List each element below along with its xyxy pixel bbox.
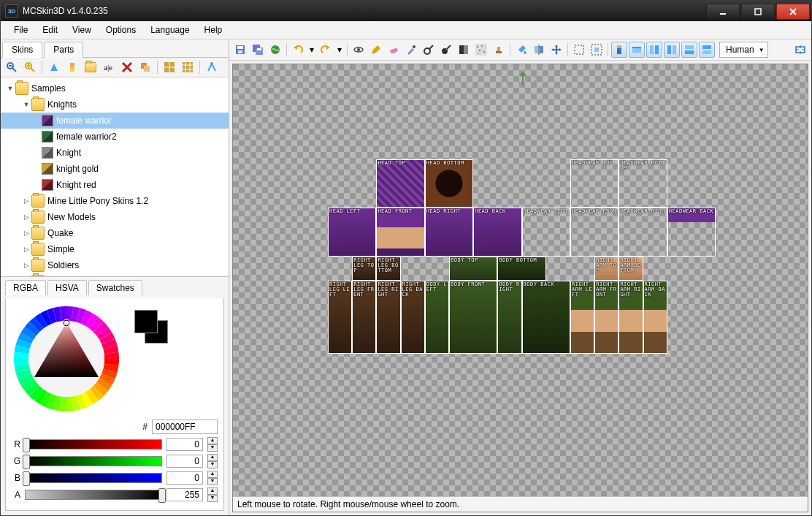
burn-tool-icon[interactable] <box>438 42 454 58</box>
reset-camera-icon[interactable] <box>792 42 808 58</box>
uv-region[interactable]: HEAD TOP <box>376 159 424 208</box>
uv-region[interactable]: HEAD BACK <box>473 208 521 256</box>
uv-region[interactable]: HEAD LEFT <box>328 208 376 256</box>
fetch-icon[interactable] <box>204 59 220 75</box>
undo-icon[interactable] <box>290 42 306 58</box>
menu-file[interactable]: File <box>7 23 35 37</box>
menu-language[interactable]: Language <box>143 23 196 37</box>
new-folder-icon[interactable] <box>83 59 99 75</box>
slider-track[interactable] <box>25 473 162 483</box>
tree-item[interactable]: female warrior <box>1 113 229 129</box>
camera-tool-icon[interactable] <box>351 42 367 58</box>
tree-folder-knights[interactable]: ▼ Knights <box>1 96 229 113</box>
new-skin-icon[interactable] <box>64 59 80 75</box>
menu-edit[interactable]: Edit <box>35 23 65 37</box>
tree-folder[interactable]: ▷ Soldiers <box>1 257 229 273</box>
zoom-out-icon[interactable] <box>4 59 20 75</box>
uv-region[interactable]: HEADWEAR TOP <box>570 159 618 208</box>
uv-region[interactable]: BODY TOP <box>449 257 497 281</box>
save-all-icon[interactable] <box>250 42 266 58</box>
slider-spinner[interactable]: ▲▼ <box>207 487 218 502</box>
pencil-tool-icon[interactable] <box>368 42 384 58</box>
dodge-tool-icon[interactable] <box>421 42 437 58</box>
fg-bg-swatches[interactable] <box>134 310 171 346</box>
uv-region[interactable]: RIGHT LEG RIGHT <box>376 281 400 354</box>
uv-region[interactable]: BODY RIGHT <box>497 281 521 354</box>
color-wheel[interactable] <box>12 304 121 414</box>
uv-region[interactable]: RIGHT ARM BACK <box>643 281 667 354</box>
expand-icon[interactable]: ▷ <box>21 196 31 206</box>
slider-value[interactable]: 0 <box>166 455 203 468</box>
fill-tool-icon[interactable] <box>513 42 529 58</box>
uv-region[interactable]: BODY BOTTOM <box>497 257 545 281</box>
collapse-icon[interactable]: ▼ <box>5 83 15 94</box>
fg-swatch[interactable] <box>134 310 158 333</box>
tree-folder[interactable]: ▷ Quake <box>1 225 229 241</box>
expand-icon[interactable]: ▷ <box>21 260 31 270</box>
mirror-icon[interactable] <box>531 42 547 58</box>
uv-region[interactable]: RIGHT ARM LEFT <box>570 281 594 354</box>
view-3d-icon[interactable] <box>611 42 627 58</box>
view-split-v2-icon[interactable] <box>664 42 680 58</box>
close-button[interactable] <box>776 4 810 20</box>
tab-rgba[interactable]: RGBA <box>5 280 46 295</box>
slider-track[interactable] <box>25 490 162 500</box>
tree-folder[interactable]: ▷ Simple <box>1 241 229 257</box>
menu-options[interactable]: Options <box>99 23 143 37</box>
hex-input[interactable] <box>152 420 218 434</box>
expand-icon[interactable]: ▷ <box>21 244 31 254</box>
darken-tool-icon[interactable] <box>456 42 472 58</box>
collapse-icon[interactable]: ▼ <box>21 99 31 110</box>
tab-parts[interactable]: Parts <box>44 42 83 58</box>
minimize-button[interactable] <box>706 4 740 20</box>
viewport[interactable]: HEAD TOPHEAD BOTTOMHEAD LEFTHEAD FRONTHE… <box>233 64 808 496</box>
uv-region[interactable]: HEADWEAR FRONT <box>570 208 618 256</box>
stamp-tool-icon[interactable] <box>491 42 507 58</box>
select-rect-icon[interactable] <box>571 42 587 58</box>
uv-region[interactable]: RIGHT LEG BACK <box>401 281 425 354</box>
redo-icon[interactable] <box>318 42 334 58</box>
duplicate-icon[interactable] <box>137 59 153 75</box>
view-split-v1-icon[interactable] <box>646 42 662 58</box>
grid2-icon[interactable] <box>180 59 196 75</box>
slider-knob[interactable] <box>23 455 30 469</box>
uv-region[interactable]: BODY LEFT <box>425 281 449 354</box>
view-2d-icon[interactable] <box>629 42 645 58</box>
uv-region[interactable]: RIGHT LEG TOP <box>352 257 376 281</box>
move-icon[interactable] <box>548 42 564 58</box>
upload-icon[interactable] <box>267 42 283 58</box>
slider-value[interactable]: 255 <box>166 488 203 501</box>
skin-tree[interactable]: ▼ Samples ▼ Knights female warriorfemale… <box>1 77 229 276</box>
uv-region[interactable]: BODY FRONT <box>449 281 497 354</box>
maximize-button[interactable] <box>741 4 775 20</box>
orientation-gizmo[interactable] <box>501 69 540 89</box>
tree-folder[interactable]: ▷ New Models <box>1 209 229 225</box>
tree-item[interactable]: knight gold <box>1 161 229 177</box>
menu-help[interactable]: Help <box>197 23 230 37</box>
uv-region[interactable]: HEADWEAR BACK <box>667 208 716 256</box>
tree-item[interactable]: female warrior2 <box>1 129 229 145</box>
grid1-icon[interactable] <box>161 59 177 75</box>
uv-region[interactable]: HEAD RIGHT <box>425 208 473 256</box>
uv-region[interactable]: HEADWEAR BOTTOM <box>618 159 667 208</box>
uv-region[interactable]: RIGHT ARM FRONT <box>594 281 618 354</box>
uv-region[interactable]: HEAD FRONT <box>376 208 424 256</box>
uv-region[interactable]: RIGHT LEG BOTTOM <box>376 257 400 281</box>
eraser-tool-icon[interactable] <box>386 42 402 58</box>
slider-value[interactable]: 0 <box>166 471 203 485</box>
slider-spinner[interactable]: ▲▼ <box>207 471 218 485</box>
noise-tool-icon[interactable] <box>473 42 489 58</box>
undo-more-icon[interactable]: ▾ <box>307 42 316 58</box>
view-split-h2-icon[interactable] <box>699 42 715 58</box>
menu-view[interactable]: View <box>65 23 99 37</box>
slider-track[interactable] <box>25 439 162 449</box>
uv-region[interactable]: HEADWEAR RIGHT <box>618 208 667 256</box>
zoom-in-icon[interactable] <box>22 59 38 75</box>
slider-spinner[interactable]: ▲▼ <box>207 454 218 468</box>
uv-region[interactable]: HEADWEAR LEFT <box>522 208 570 256</box>
expand-icon[interactable]: ▷ <box>21 212 31 222</box>
import-icon[interactable] <box>46 59 62 75</box>
slider-knob[interactable] <box>158 488 166 503</box>
uv-region[interactable]: HEAD BOTTOM <box>425 159 473 208</box>
view-split-h1-icon[interactable] <box>681 42 697 58</box>
